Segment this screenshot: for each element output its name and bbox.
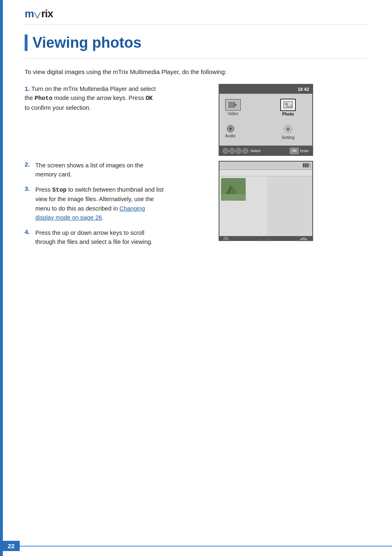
select-buttons: Select	[223, 148, 261, 154]
stop-keyword: Stop	[52, 187, 67, 193]
bat-bar-1	[303, 163, 304, 167]
btn-3	[236, 148, 242, 154]
top-divider	[25, 24, 367, 25]
battery-indicator	[303, 163, 311, 167]
logo-text: m rix	[25, 7, 53, 20]
bottom-right-icon	[299, 238, 308, 241]
step-1-row: 1. Turn on the mTrix Multimedia Player a…	[25, 84, 367, 156]
center-circle-2	[265, 240, 270, 241]
btn-4	[242, 148, 248, 154]
audio-label: Audio	[225, 134, 236, 138]
page-number: 22	[3, 541, 20, 551]
step-1-text: 1. Turn on the mTrix Multimedia Player a…	[25, 84, 164, 112]
svg-line-10	[285, 126, 286, 127]
ok-keyword: OK	[145, 95, 152, 102]
svg-marker-1	[235, 103, 237, 107]
bottom-center-icons	[258, 240, 270, 241]
bottom-left-icons	[224, 237, 228, 241]
step-3-number: 3.	[25, 185, 33, 222]
page-footer: 22	[0, 541, 392, 551]
screen-body: Video	[219, 94, 312, 146]
page-title: Viewing photos	[25, 35, 367, 51]
ok-button-icon: OK	[290, 148, 299, 154]
video-icon	[228, 102, 238, 108]
intro-text: To view digital images using the mTrix M…	[25, 67, 367, 76]
svg-rect-19	[221, 194, 245, 200]
file-thumbnail	[221, 178, 246, 201]
step-1-number: 1.	[25, 85, 30, 92]
setting-label: Setting	[281, 135, 294, 140]
menu-item-audio: Audio	[222, 120, 265, 143]
left-accent-bar	[0, 0, 3, 556]
screen2-bottom-bar	[219, 236, 312, 241]
photo-keyword: Photo	[35, 95, 53, 102]
screen2-body	[219, 176, 312, 236]
setting-icon	[283, 124, 293, 134]
step-1-image: 18 42 Video	[164, 84, 367, 156]
center-circle-1	[258, 240, 263, 241]
screen-bottom-bar: Select OK Enter	[219, 146, 312, 156]
menu-item-setting: Setting	[266, 120, 310, 143]
step-3-item: 3. Press Stop to switch between thumbnai…	[25, 185, 164, 222]
svg-line-13	[285, 131, 286, 132]
svg-point-5	[286, 127, 290, 131]
step-3-text: Press Stop to switch between thumbnail a…	[35, 185, 164, 222]
logo-chevron-shape	[34, 10, 41, 19]
bat-bar-2	[305, 163, 307, 167]
stacked-circles	[224, 237, 228, 241]
ok-text: OK	[292, 149, 297, 153]
enter-area: OK Enter	[290, 148, 309, 154]
footer-line	[20, 546, 392, 547]
svg-rect-0	[229, 102, 235, 107]
bat-bar-3	[307, 163, 309, 167]
screen-2-area	[164, 161, 367, 253]
changing-display-link[interactable]: Changing display mode on page 26	[35, 205, 145, 221]
select-label: Select	[250, 149, 261, 153]
screen-time: 18 42	[297, 87, 309, 92]
logo-v-icon	[34, 11, 41, 20]
svg-line-11	[290, 131, 291, 132]
file-list-area	[219, 176, 267, 236]
step-4-number: 4.	[25, 228, 33, 247]
bat-bar-4	[309, 163, 311, 167]
step-4-text: Press the up or down arrow keys to scrol…	[35, 228, 164, 247]
menu-item-video: Video	[222, 96, 265, 119]
btn-1	[223, 148, 228, 154]
video-label: Video	[228, 111, 238, 116]
enter-label: Enter	[300, 149, 309, 153]
step-2-number: 2.	[25, 161, 33, 179]
screen2-second-bar	[219, 170, 312, 176]
svg-line-12	[290, 126, 291, 127]
thumbnail-image	[221, 178, 246, 201]
steps-text-list: 2. The screen shows a list of images on …	[25, 161, 164, 253]
device-screen-1: 18 42 Video	[219, 84, 313, 156]
big-circle-btn	[299, 238, 308, 241]
step-2-text: The screen shows a list of images on the…	[35, 161, 164, 179]
screen-top-bar: 18 42	[219, 85, 312, 94]
photo-label: Photo	[282, 112, 294, 116]
step-1-content: 1. Turn on the mTrix Multimedia Player a…	[25, 84, 156, 112]
small-circle-top	[224, 237, 228, 241]
device-screen-2	[219, 161, 313, 241]
step-4-item: 4. Press the up or down arrow keys to sc…	[25, 228, 164, 247]
btn-2	[229, 148, 235, 154]
title-divider	[25, 58, 367, 59]
screen2-top-bar	[219, 162, 312, 170]
logo-rix: rix	[41, 7, 53, 20]
logo-area: m rix	[25, 7, 367, 20]
thumbnail-svg	[221, 178, 245, 200]
menu-item-photo: Photo	[266, 96, 310, 119]
logo-m: m	[25, 7, 34, 20]
file-list-right	[267, 176, 312, 236]
step-2-item: 2. The screen shows a list of images on …	[25, 161, 164, 179]
steps-2-4-section: 2. The screen shows a list of images on …	[25, 161, 367, 253]
photo-icon	[283, 101, 293, 109]
